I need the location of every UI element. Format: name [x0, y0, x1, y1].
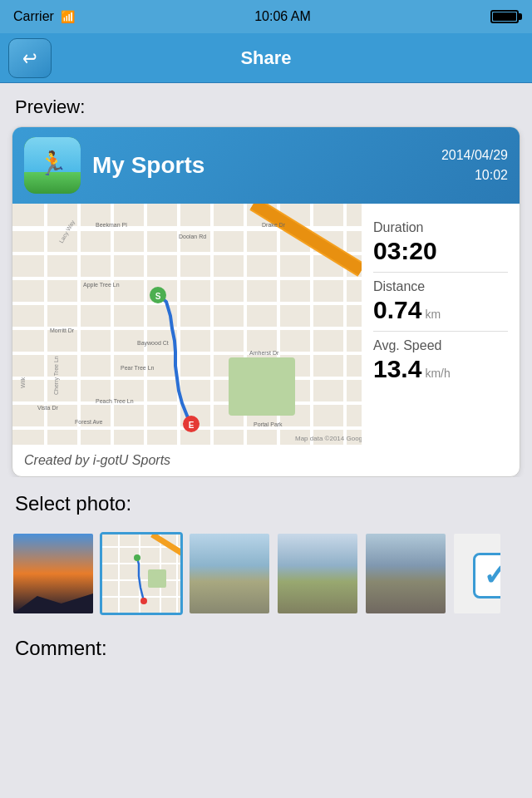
checkbox-icon: ✓ — [473, 553, 503, 598]
sunset-hill — [13, 589, 93, 613]
card-header: 🏃 My Sports 2014/04/29 10:02 — [12, 127, 520, 204]
svg-text:Wilk: Wilk — [20, 377, 26, 388]
status-bar: Carrier 📶 10:06 AM — [0, 0, 532, 33]
svg-text:Peach Tree Ln: Peach Tree Ln — [96, 398, 134, 404]
photo-strip: ✓ — [0, 524, 532, 623]
card-body: S E Map data ©2014 Google Lacy Way Beekm… — [12, 204, 520, 445]
svg-text:Baywood Ct: Baywood Ct — [137, 340, 169, 347]
app-icon-runner: 🏃 — [38, 150, 67, 177]
comment-label: Comment: — [15, 637, 107, 659]
svg-text:Cherry Tree Ln: Cherry Tree Ln — [53, 356, 60, 395]
svg-text:Pear Tree Ln: Pear Tree Ln — [121, 365, 155, 371]
photo-street2-img — [278, 534, 357, 613]
photo-sunset-img — [13, 534, 93, 613]
speed-value: 13.4 — [373, 355, 421, 383]
credit-line: Created by i-gotU Sports — [12, 445, 520, 476]
speed-label: Avg. Speed — [373, 338, 508, 353]
photo-thumb-checkbox[interactable]: ✓ — [452, 532, 502, 615]
svg-text:Forest Ave: Forest Ave — [75, 419, 102, 425]
svg-text:E: E — [189, 421, 195, 430]
stat-speed: Avg. Speed 13.4 km/h — [373, 332, 508, 390]
comment-section-header: Comment: — [0, 623, 532, 668]
nav-bar: ↩ Share — [0, 33, 532, 83]
select-photo-label: Select photo: — [15, 492, 131, 515]
photo-thumb-street2[interactable] — [276, 532, 359, 615]
preview-section-header: Preview: — [0, 83, 532, 126]
svg-text:Amherst Dr: Amherst Dr — [249, 350, 279, 356]
svg-point-55 — [140, 598, 147, 604]
svg-text:Apple Tree Ln: Apple Tree Ln — [83, 282, 120, 288]
wifi-icon: 📶 — [61, 10, 75, 23]
map-svg: S E Map data ©2014 Google Lacy Way Beekm… — [12, 204, 362, 445]
photo-map-img — [102, 534, 180, 613]
distance-unit: km — [425, 308, 441, 321]
app-title: My Sports — [92, 152, 430, 179]
card-time: 10:02 — [475, 168, 508, 182]
photo-thumb-street3[interactable] — [364, 532, 447, 615]
back-arrow-icon: ↩ — [22, 47, 37, 69]
stat-duration: Duration 03:20 — [373, 214, 508, 273]
photo-checkbox-img: ✓ — [454, 534, 502, 615]
svg-rect-22 — [229, 357, 295, 416]
svg-text:Beekman Pl: Beekman Pl — [96, 222, 127, 228]
credit-text: Created by i-gotU Sports — [24, 453, 170, 467]
svg-text:Doolan Rd: Doolan Rd — [179, 234, 206, 239]
svg-text:Morritt Dr: Morritt Dr — [50, 328, 75, 333]
back-button[interactable]: ↩ — [8, 38, 52, 78]
nav-title: Share — [240, 47, 291, 69]
battery-fill — [493, 12, 516, 21]
svg-text:Portal Park: Portal Park — [254, 421, 283, 427]
time-label: 10:06 AM — [254, 9, 311, 24]
select-photo-header: Select photo: — [0, 477, 532, 524]
photo-street1-img — [190, 534, 269, 613]
photo-thumb-map[interactable] — [100, 532, 183, 615]
preview-label: Preview: — [15, 96, 85, 117]
photo-street3-img — [366, 534, 446, 613]
map-area: S E Map data ©2014 Google Lacy Way Beekm… — [12, 204, 362, 445]
checkmark-icon: ✓ — [483, 558, 502, 593]
distance-label: Distance — [373, 279, 508, 294]
preview-card: 🏃 My Sports 2014/04/29 10:02 — [12, 126, 520, 477]
speed-value-row: 13.4 km/h — [373, 355, 508, 383]
distance-value: 0.74 — [373, 296, 421, 324]
carrier-label: Carrier — [13, 9, 54, 24]
svg-text:S: S — [155, 292, 161, 301]
battery-icon — [490, 10, 519, 23]
status-bar-left: Carrier 📶 — [13, 9, 75, 24]
stats-panel: Duration 03:20 Distance 0.74 km Avg. Spe… — [362, 204, 520, 445]
speed-unit: km/h — [425, 367, 450, 380]
photo-thumb-street1[interactable] — [188, 532, 271, 615]
card-datetime: 2014/04/29 10:02 — [441, 145, 508, 185]
svg-text:Drake Dr: Drake Dr — [262, 222, 286, 228]
svg-point-54 — [134, 554, 140, 561]
svg-text:Map data ©2014 Google: Map data ©2014 Google — [295, 435, 362, 442]
svg-text:Vista Dr: Vista Dr — [37, 405, 58, 411]
card-date: 2014/04/29 — [441, 148, 508, 162]
photo-thumb-sunset[interactable] — [12, 532, 95, 615]
app-icon: 🏃 — [24, 137, 81, 194]
duration-value: 03:20 — [373, 237, 437, 265]
duration-value-row: 03:20 — [373, 237, 508, 265]
distance-value-row: 0.74 km — [373, 296, 508, 324]
svg-rect-53 — [148, 569, 166, 588]
stat-distance: Distance 0.74 km — [373, 273, 508, 332]
duration-label: Duration — [373, 220, 508, 235]
